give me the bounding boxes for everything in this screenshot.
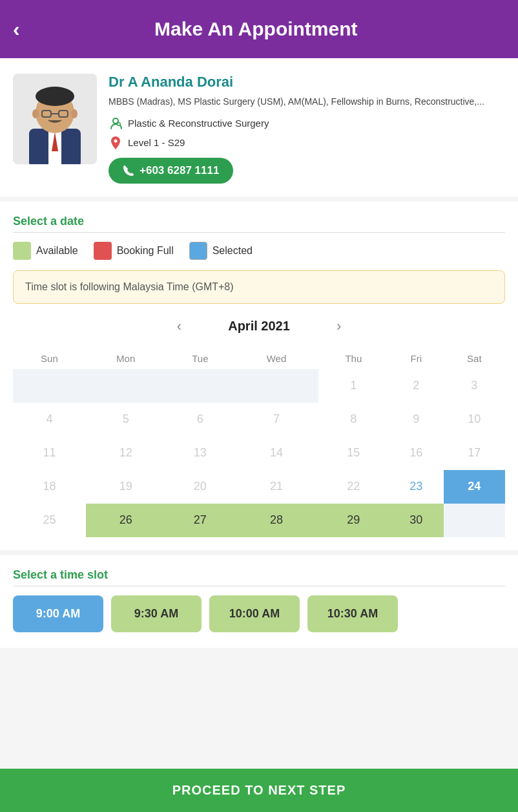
phone-button[interactable]: +603 6287 1111	[109, 158, 233, 184]
calendar-day-13: 13	[165, 436, 234, 470]
table-row: 7	[234, 403, 318, 436]
day-header-mon: Mon	[86, 348, 165, 369]
table-row: 20	[165, 470, 234, 504]
table-row: 3	[444, 369, 505, 403]
doctor-info: Dr A Ananda Dorai MBBS (Madras), MS Plas…	[109, 74, 505, 184]
table-row: 21	[234, 470, 318, 504]
legend-selected: Selected	[189, 242, 253, 260]
table-row: 10	[444, 403, 505, 436]
table-row[interactable]: 26	[86, 504, 165, 537]
time-slot-2[interactable]: 10:00 AM	[209, 595, 300, 632]
table-row[interactable]: 29	[318, 504, 389, 537]
calendar-day-19: 19	[86, 470, 165, 504]
table-row: 6	[165, 403, 234, 436]
calendar-day-1: 1	[318, 369, 389, 403]
time-slot-section: Select a time slot 9:00 AM9:30 AM10:00 A…	[0, 555, 518, 648]
table-row: 5	[86, 403, 165, 436]
calendar-day-27[interactable]: 27	[165, 504, 234, 537]
calendar-day-28[interactable]: 28	[234, 504, 318, 537]
doctor-location: Level 1 - S29	[109, 136, 505, 150]
calendar-day-7: 7	[234, 403, 318, 436]
svg-point-12	[113, 118, 118, 123]
day-header-sun: Sun	[13, 348, 86, 369]
date-section: Select a date Available Booking Full Sel…	[0, 202, 518, 550]
legend-box-selected	[189, 242, 207, 260]
doctor-specialty: Plastic & Reconstructive Surgery	[109, 116, 505, 131]
calendar-day-17: 17	[444, 436, 505, 470]
location-icon	[109, 136, 123, 150]
calendar-day-30[interactable]: 30	[389, 504, 444, 537]
phone-label: +603 6287 1111	[140, 164, 219, 177]
table-row	[444, 504, 505, 537]
table-row[interactable]: 27	[165, 504, 234, 537]
specialty-text: Plastic & Reconstructive Surgery	[128, 118, 269, 129]
calendar-day-9: 9	[389, 403, 444, 436]
svg-point-6	[36, 87, 74, 106]
calendar-header: ‹ April 2021 ›	[13, 315, 505, 337]
calendar-day-10: 10	[444, 403, 505, 436]
doctor-card: Dr A Ananda Dorai MBBS (Madras), MS Plas…	[0, 58, 518, 197]
calendar-day-5: 5	[86, 403, 165, 436]
table-row: 14	[234, 436, 318, 470]
calendar-day-25: 25	[13, 504, 86, 537]
time-slot-1[interactable]: 9:30 AM	[111, 595, 202, 632]
calendar-day-11: 11	[13, 436, 86, 470]
calendar-day-14: 14	[234, 436, 318, 470]
calendar-day-21: 21	[234, 470, 318, 504]
day-header-wed: Wed	[234, 348, 318, 369]
calendar-next-button[interactable]: ›	[330, 315, 347, 337]
calendar-day-15: 15	[318, 436, 389, 470]
calendar: ‹ April 2021 › Sun Mon Tue Wed Thu Fri S…	[13, 315, 505, 537]
date-section-title: Select a date	[13, 215, 505, 233]
calendar-day-4: 4	[13, 403, 86, 436]
table-row: 25	[13, 504, 86, 537]
calendar-day-empty	[234, 369, 318, 403]
calendar-day-24[interactable]: 24	[444, 470, 505, 504]
time-slot-0[interactable]: 9:00 AM	[13, 595, 103, 632]
legend-selected-label: Selected	[212, 245, 253, 257]
table-row: 9	[389, 403, 444, 436]
table-row[interactable]: 28	[234, 504, 318, 537]
doctor-name: Dr A Ananda Dorai	[109, 74, 505, 91]
back-button[interactable]: ‹	[13, 19, 20, 39]
legend-booking-full: Booking Full	[94, 242, 174, 260]
legend-available: Available	[13, 242, 78, 260]
day-header-tue: Tue	[165, 348, 234, 369]
table-row: 17	[444, 436, 505, 470]
time-slot-3[interactable]: 10:30 AM	[307, 595, 398, 632]
calendar-day-18: 18	[13, 470, 86, 504]
calendar-day-empty	[86, 369, 165, 403]
timezone-notice: Time slot is following Malaysia Time (GM…	[13, 270, 505, 304]
page-title: Make An Appointment	[33, 18, 479, 40]
calendar-day-empty	[444, 504, 505, 537]
calendar-day-6: 6	[165, 403, 234, 436]
proceed-button[interactable]: PROCEED TO NEXT STEP	[0, 769, 518, 812]
table-row	[86, 369, 165, 403]
table-row[interactable]: 24	[444, 470, 505, 504]
legend: Available Booking Full Selected	[13, 242, 505, 260]
specialty-icon	[109, 116, 123, 131]
table-row: 13	[165, 436, 234, 470]
table-row	[13, 369, 86, 403]
legend-box-booking-full	[94, 242, 112, 260]
calendar-day-29[interactable]: 29	[318, 504, 389, 537]
table-row[interactable]: 30	[389, 504, 444, 537]
table-row: 2	[389, 369, 444, 403]
calendar-prev-button[interactable]: ‹	[171, 315, 188, 337]
table-row: 18	[13, 470, 86, 504]
day-header-fri: Fri	[389, 348, 444, 369]
table-row: 16	[389, 436, 444, 470]
calendar-day-empty	[13, 369, 86, 403]
calendar-grid: Sun Mon Tue Wed Thu Fri Sat 123456789101…	[13, 348, 505, 537]
calendar-day-26[interactable]: 26	[86, 504, 165, 537]
calendar-day-3: 3	[444, 369, 505, 403]
table-row: 1	[318, 369, 389, 403]
svg-point-11	[71, 109, 78, 118]
table-row: 11	[13, 436, 86, 470]
table-row: 23	[389, 470, 444, 504]
table-row	[165, 369, 234, 403]
table-row	[234, 369, 318, 403]
table-row: 8	[318, 403, 389, 436]
calendar-day-2: 2	[389, 369, 444, 403]
calendar-day-empty	[165, 369, 234, 403]
